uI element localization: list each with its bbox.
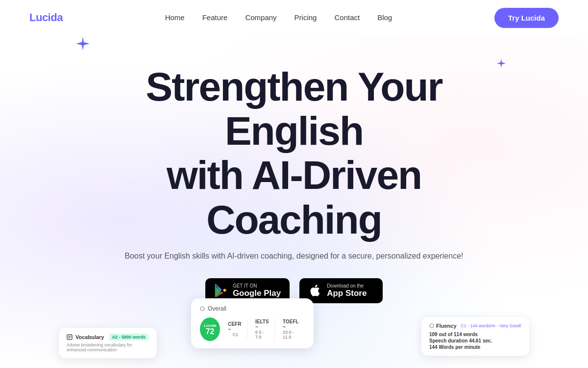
nav-links: Home Feature Company Pricing Contact Blo… bbox=[165, 13, 392, 22]
sparkle-decoration-right bbox=[497, 59, 506, 68]
try-lucida-button[interactable]: Try Lucida bbox=[494, 8, 559, 28]
score-card-header: Overall bbox=[200, 305, 305, 312]
lucida-score-circle: Lucida 72 bbox=[200, 317, 220, 341]
cefr-value: C1 bbox=[233, 332, 239, 337]
nav-link-contact[interactable]: Contact bbox=[334, 13, 360, 22]
nav-link-company[interactable]: Company bbox=[245, 13, 276, 22]
toefl-tag: TOEFL ~ 10.0 - 11.5 bbox=[279, 317, 305, 342]
fluency-stat2: Speech duration 44.61 sec. bbox=[429, 338, 521, 343]
nav-item-blog[interactable]: Blog bbox=[377, 13, 392, 22]
ielts-label: IELTS ~ bbox=[255, 319, 270, 330]
ielts-value: 6.5 - 7.5 bbox=[255, 330, 270, 340]
fluency-stat1: 109 out of 114 words bbox=[429, 332, 521, 337]
toefl-label: TOEFL ~ bbox=[283, 319, 301, 330]
fluency-card: Fluency C1 - 144 words/m - Very Good! 10… bbox=[421, 317, 529, 356]
lucida-score-number: 72 bbox=[206, 328, 215, 336]
logo-text: Lucid bbox=[29, 11, 57, 24]
fluency-wpm: 144 Words per minute bbox=[429, 344, 480, 350]
vocab-label: Vocabulary bbox=[75, 334, 104, 340]
fluency-label: Fluency bbox=[436, 323, 457, 329]
vocab-header: Vocabulary A2 - 5800 words bbox=[67, 334, 149, 341]
vocab-icon bbox=[67, 334, 73, 340]
fluency-duration-value: 44.61 sec. bbox=[469, 338, 492, 343]
overall-label: Overall bbox=[208, 305, 226, 312]
nav-link-pricing[interactable]: Pricing bbox=[294, 13, 317, 22]
nav-item-feature[interactable]: Feature bbox=[202, 13, 228, 22]
fluency-header: Fluency C1 - 144 words/m - Very Good! bbox=[429, 323, 521, 329]
score-row: Lucida 72 CEFR ~ C1 IELTS ~ 6.5 - 7.5 TO… bbox=[200, 317, 305, 342]
nav-link-feature[interactable]: Feature bbox=[202, 13, 228, 22]
fluency-icon bbox=[429, 323, 434, 328]
fluency-label-row: Fluency bbox=[429, 323, 457, 329]
preview-area: Vocabulary A2 - 5800 words Advise broade… bbox=[0, 280, 588, 368]
fluency-words: 109 out of 114 words bbox=[429, 332, 478, 337]
hero-title-line2: with AI-Driven Coaching bbox=[167, 153, 421, 241]
fluency-duration-label: Speech duration bbox=[429, 338, 467, 343]
nav-item-pricing[interactable]: Pricing bbox=[294, 13, 317, 22]
overall-icon bbox=[200, 306, 205, 311]
ielts-tag: IELTS ~ 6.5 - 7.5 bbox=[251, 317, 275, 342]
cefr-label: CEFR ~ bbox=[228, 321, 243, 332]
sparkle-decoration-left bbox=[76, 37, 90, 51]
logo-accent: a bbox=[57, 11, 63, 24]
svg-point-4 bbox=[200, 307, 204, 311]
hero-subtitle: Boost your English skills with AI-driven… bbox=[0, 252, 588, 261]
nav-item-company[interactable]: Company bbox=[245, 13, 276, 22]
navbar: Lucida Home Feature Company Pricing Cont… bbox=[0, 0, 588, 35]
hero-title-line1: Strengthen Your English bbox=[146, 64, 442, 153]
fluency-badge: C1 - 144 words/m - Very Good! bbox=[461, 323, 521, 328]
nav-item-contact[interactable]: Contact bbox=[334, 13, 360, 22]
cefr-tag: CEFR ~ C1 bbox=[224, 319, 247, 339]
score-card: Overall Lucida 72 CEFR ~ C1 IELTS ~ 6.5 … bbox=[191, 298, 314, 348]
nav-link-blog[interactable]: Blog bbox=[377, 13, 392, 22]
vocab-description: Advise broadening vocabulary for enhance… bbox=[67, 342, 149, 352]
nav-item-home[interactable]: Home bbox=[165, 13, 185, 22]
hero-title: Strengthen Your English with AI-Driven C… bbox=[74, 65, 514, 242]
nav-link-home[interactable]: Home bbox=[165, 13, 185, 22]
logo[interactable]: Lucida bbox=[29, 11, 63, 24]
fluency-stat3: 144 Words per minute bbox=[429, 344, 521, 350]
vocab-badge: A2 - 5800 words bbox=[109, 334, 149, 341]
hero-section: Strengthen Your English with AI-Driven C… bbox=[0, 35, 588, 303]
svg-point-5 bbox=[430, 324, 434, 328]
toefl-value: 10.0 - 11.5 bbox=[283, 330, 301, 340]
vocab-card: Vocabulary A2 - 5800 words Advise broade… bbox=[59, 328, 157, 358]
